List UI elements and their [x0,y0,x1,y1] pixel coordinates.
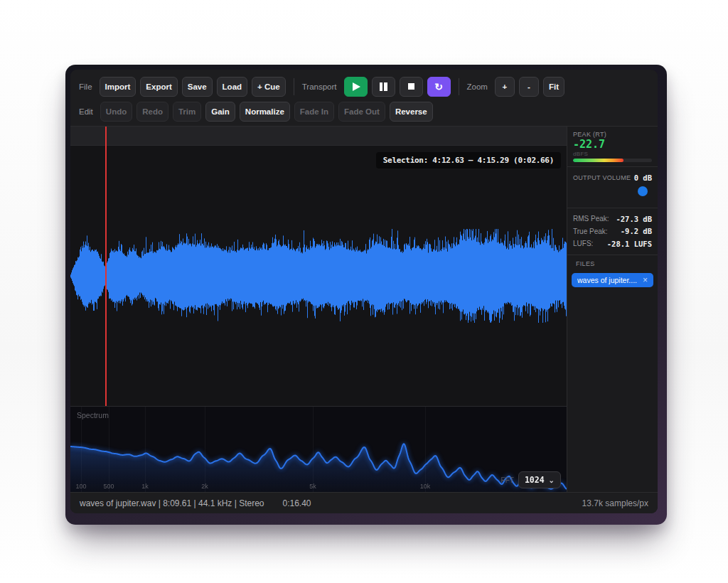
page-background: File Import Export Save Load + Cue Trans… [0,0,728,583]
zoom-group-label: Zoom [467,82,488,91]
true-peak-label: True Peak: [573,228,608,235]
redo-button[interactable]: Redo [136,102,168,122]
files-section: FILES waves of jupiter.... × [567,255,658,294]
output-volume-label: OUTPUT VOLUME [573,174,631,181]
true-peak-value: -9.2 dB [621,227,652,235]
fft-size-select[interactable]: 1024 ⌄ [518,471,561,488]
freq-label-1k: 1k [141,483,149,490]
export-button[interactable]: Export [140,77,177,97]
peak-meter-track [573,159,652,162]
play-icon [353,82,360,91]
pause-button[interactable] [372,77,395,97]
spectrum-panel: Spectrum 100 500 1k 2k 5k 10k FFT 1024 ⌄ [70,406,567,492]
fft-size-value: 1024 [525,475,545,485]
rms-peak-row: RMS Peak: -27.3 dB [573,213,652,225]
load-button[interactable]: Load [217,77,247,97]
output-volume-value: 0 dB [634,173,652,182]
lufs-value: -28.1 LUFS [607,240,652,248]
status-samples-per-px: 13.7k samples/px [582,498,648,508]
fft-control: FFT 1024 ⌄ [501,471,561,488]
import-button[interactable]: Import [100,77,136,97]
undo-button[interactable]: Undo [100,102,132,122]
status-file-info: waves of jupiter.wav | 8:09.61 | 44.1 kH… [80,498,264,508]
spectrum-canvas [70,407,567,492]
trim-button[interactable]: Trim [173,102,201,122]
fft-label: FFT [501,476,514,484]
toolbar-row-edit: Edit Undo Redo Trim Gain Normalize Fade … [79,101,649,122]
editor-column: Selection: 4:12.63 — 4:15.29 (0:02.66) S… [70,127,567,492]
peak-label: PEAK (RT) [573,131,652,138]
timeline-ruler[interactable] [70,127,567,146]
zoom-in-button[interactable]: + [495,77,515,97]
freq-label-5k: 5k [309,483,316,490]
file-list-item[interactable]: waves of jupiter.... × [572,273,653,287]
peak-meter-fill [573,159,623,162]
pause-icon [380,82,387,91]
true-peak-row: True Peak: -9.2 dB [573,225,652,238]
files-header: FILES [572,260,653,267]
status-position: 0:16.40 [283,498,311,508]
app-window: File Import Export Save Load + Cue Trans… [70,70,658,513]
sidebar: PEAK (RT) -22.7 dBFS OUTPUT VOLUME 0 dB [567,127,658,492]
edit-group-label: Edit [79,107,93,116]
zoom-out-button[interactable]: - [519,77,539,97]
playhead[interactable] [105,127,107,406]
save-button[interactable]: Save [182,77,213,97]
app-window-frame: File Import Export Save Load + Cue Trans… [65,65,667,525]
spectrum-title: Spectrum [77,411,109,419]
loop-icon: ↻ [434,81,443,92]
stop-icon [408,83,414,90]
peak-value: -22.7 [573,139,652,150]
rms-peak-label: RMS Peak: [573,215,609,223]
fade-in-button[interactable]: Fade In [294,102,334,122]
stop-button[interactable] [400,77,423,97]
toolbar-row-file: File Import Export Save Load + Cue Trans… [79,76,649,97]
output-volume-section: OUTPUT VOLUME 0 dB [567,167,658,208]
peak-meter-section: PEAK (RT) -22.7 dBFS [567,127,658,167]
lufs-row: LUFS: -28.1 LUFS [573,237,652,250]
main-area: Selection: 4:12.63 — 4:15.29 (0:02.66) S… [70,127,658,492]
stats-section: RMS Peak: -27.3 dB True Peak: -9.2 dB LU… [567,208,658,255]
toolbar-separator [459,78,459,95]
gain-button[interactable]: Gain [205,102,235,122]
freq-label-2k: 2k [201,483,208,490]
loop-button[interactable]: ↻ [427,77,451,97]
fade-out-button[interactable]: Fade Out [338,102,385,122]
reverse-button[interactable]: Reverse [390,102,433,122]
toolbar-separator [294,78,294,95]
chevron-down-icon: ⌄ [549,476,555,484]
freq-label-500: 500 [103,483,114,490]
waveform-canvas[interactable] [70,146,567,406]
volume-slider-handle[interactable] [638,186,648,196]
rms-peak-value: -27.3 dB [616,215,652,223]
toolbar: File Import Export Save Load + Cue Trans… [70,70,658,127]
file-name: waves of jupiter.... [577,276,640,284]
peak-unit: dBFS [573,151,652,157]
file-group-label: File [79,82,92,91]
status-bar: waves of jupiter.wav | 8:09.61 | 44.1 kH… [70,492,658,513]
transport-group-label: Transport [302,82,337,91]
freq-label-10k: 10k [420,483,431,490]
waveform-view[interactable]: Selection: 4:12.63 — 4:15.29 (0:02.66) [70,146,567,406]
play-button[interactable] [344,77,368,97]
selection-info: Selection: 4:12.63 — 4:15.29 (0:02.66) [376,152,561,169]
add-cue-button[interactable]: + Cue [252,77,286,97]
lufs-label: LUFS: [573,240,593,247]
freq-label-100: 100 [75,483,86,490]
normalize-button[interactable]: Normalize [240,102,290,122]
close-icon[interactable]: × [643,275,648,285]
zoom-fit-button[interactable]: Fit [543,77,564,97]
